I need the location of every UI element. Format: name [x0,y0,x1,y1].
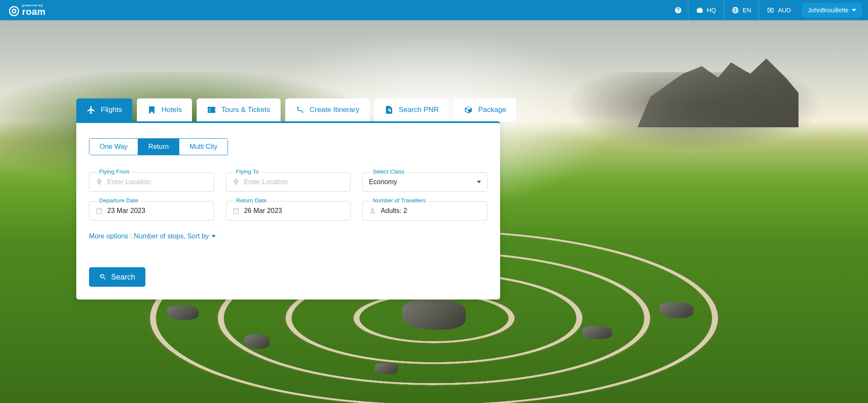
field-departure: Departure Date 23 Mar 2023 [89,201,214,221]
user-name: JohnBrouillette [808,7,849,14]
location-icon [232,178,240,186]
calendar-icon [95,207,103,215]
user-menu[interactable]: JohnBrouillette [802,3,862,17]
tab-tours[interactable]: Tours & Tickets [197,98,280,121]
departure-value: 23 Mar 2023 [107,207,145,215]
language-button[interactable]: EN [723,0,759,20]
field-label: Flying To [234,168,262,175]
tab-itinerary[interactable]: Create Itinerary [285,98,370,121]
search-label: Search [111,273,135,282]
brand-name: roam [22,7,46,17]
travellers-input[interactable]: Adults: 2 [362,201,487,221]
person-icon [369,207,376,215]
brand-powered-by: powered by [22,4,46,7]
return-date-input[interactable]: 26 Mar 2023 [226,201,351,221]
field-label: Departure Date [97,197,141,204]
tab-label: Package [478,106,506,114]
ticket-icon [207,105,216,115]
more-options-toggle[interactable]: More options : Number of stops, Sort by [89,232,487,240]
location-icon [95,178,103,186]
trip-oneway[interactable]: One Way [89,139,138,155]
trip-type-toggle: One Way Return Multi City [89,138,228,155]
language-label: EN [743,7,751,14]
calendar-icon [232,207,240,215]
flying-to-input[interactable] [244,178,345,186]
globe-icon [732,6,739,14]
flying-from-input-wrap[interactable] [89,172,214,192]
field-travellers: Number of Travellers Adults: 2 [362,201,487,221]
flying-to-input-wrap[interactable] [226,172,351,192]
tab-flights[interactable]: Flights [76,98,132,121]
chevron-down-icon [477,181,481,183]
flying-from-input[interactable] [107,178,208,186]
brand-logo[interactable]: ◎ powered by roam [8,4,46,17]
currency-button[interactable]: AUD [759,0,798,20]
package-icon [464,105,473,115]
field-flying-from: Flying From [89,172,214,192]
tab-label: Create Itinerary [310,106,359,114]
tab-label: Flights [101,106,122,114]
search-panel: One Way Return Multi City Flying From Fl… [76,121,500,299]
currency-label: AUD [778,7,791,14]
hq-label: HQ [707,7,716,14]
search-button[interactable]: Search [89,267,145,287]
search-icon [99,273,107,281]
help-icon [674,6,682,14]
travellers-value: Adults: 2 [381,207,407,215]
tab-hotels[interactable]: Hotels [137,98,192,121]
field-label: Flying From [97,168,132,175]
field-flying-to: Flying To [226,172,351,192]
trip-multi[interactable]: Multi City [179,139,228,155]
search-doc-icon [384,105,394,115]
briefcase-icon [696,6,704,14]
field-label: Number of Travellers [370,197,428,204]
tab-label: Tours & Tickets [221,106,270,114]
field-return: Return Date 26 Mar 2023 [226,201,351,221]
brand-mark-icon: ◎ [8,4,19,17]
tab-label: Search PNR [399,106,439,114]
class-select[interactable]: Economy [362,172,487,192]
tab-label: Hotels [161,106,182,114]
trip-return[interactable]: Return [138,139,179,155]
tab-package[interactable]: Package [453,98,516,121]
hotel-icon [147,105,156,115]
currency-icon [767,6,774,14]
route-icon [295,105,305,115]
field-class: Select Class Economy [362,172,487,192]
chevron-down-icon [211,235,216,238]
chevron-down-icon [852,9,856,11]
more-options-label: More options : Number of stops, Sort by [89,232,209,240]
field-label: Return Date [234,197,270,204]
class-value: Economy [369,178,397,186]
product-tabs: Flights Hotels Tours & Tickets Create It… [76,98,500,121]
field-label: Select Class [370,168,407,175]
departure-date-input[interactable]: 23 Mar 2023 [89,201,214,221]
tab-pnr[interactable]: Search PNR [374,98,449,121]
hq-button[interactable]: HQ [688,0,724,20]
help-button[interactable] [668,0,688,20]
return-value: 26 Mar 2023 [244,207,282,215]
header: ◎ powered by roam HQ EN AUD JohnBrouille… [0,0,868,20]
airplane-icon [86,105,96,115]
